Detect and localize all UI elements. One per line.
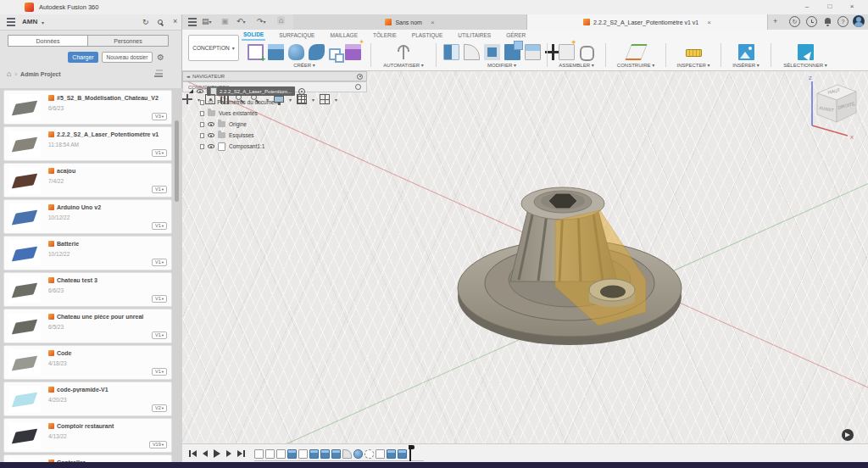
group-label-inspecter[interactable]: INSPECTER ▾	[669, 62, 718, 68]
feature-extrude-icon[interactable]	[387, 449, 396, 459]
visibility-eye-icon[interactable]	[208, 133, 214, 137]
app-grid-icon[interactable]	[7, 18, 15, 26]
refresh-icon[interactable]: ↻	[142, 18, 149, 26]
feature-fillet-icon[interactable]	[342, 449, 352, 459]
fit-view-icon[interactable]	[251, 94, 261, 104]
chevron-down-icon[interactable]: ▾	[335, 97, 337, 103]
list-item[interactable]: acajou 7/4/22 V1	[3, 163, 172, 198]
redo-icon[interactable]: ↷▾	[257, 17, 266, 26]
group-label-construire[interactable]: CONSTRUIRE ▾	[609, 62, 663, 68]
play-button[interactable]	[214, 449, 220, 458]
feature-sketch-icon[interactable]	[376, 449, 385, 459]
save-icon[interactable]: ▣	[221, 17, 229, 25]
zoom-icon[interactable]	[236, 94, 246, 104]
new-folder-button[interactable]: Nouveau dossier	[102, 52, 153, 63]
select-icon[interactable]	[798, 44, 814, 60]
insert-canvas-icon[interactable]	[738, 44, 754, 60]
tab-tolerie[interactable]: TÔLERIE	[371, 31, 398, 40]
tab-personnes[interactable]: Personnes	[88, 35, 169, 47]
version-badge[interactable]: V1	[152, 368, 167, 376]
tree-node[interactable]: Esquisses	[200, 131, 254, 140]
look-at-icon[interactable]	[205, 94, 215, 104]
viewport-3d[interactable]: ◂◂ NAVIGATEUR 2.2.2_S2_A_Laser_Potentiom…	[182, 71, 868, 443]
step-back-button[interactable]	[203, 450, 208, 457]
search-icon[interactable]	[158, 18, 166, 26]
display-settings-icon[interactable]	[274, 96, 284, 103]
feature-extrude-icon[interactable]	[287, 449, 297, 459]
comments-options-icon[interactable]	[355, 84, 361, 90]
minimize-button[interactable]: –	[800, 2, 814, 11]
feature-extrude-icon[interactable]	[320, 449, 330, 459]
tree-node[interactable]: Origine	[200, 120, 247, 129]
help-icon[interactable]: ?	[837, 16, 849, 27]
scrollbar-thumb[interactable]	[175, 120, 179, 202]
tab-surfacique[interactable]: SURFACIQUE	[277, 31, 316, 40]
create-sketch-icon[interactable]	[248, 44, 264, 60]
grid-settings-icon[interactable]	[297, 94, 307, 104]
list-item[interactable]: Comptoir restaurant 4/13/22 V19	[3, 418, 172, 453]
feature-extrude-icon[interactable]	[309, 449, 319, 459]
version-badge[interactable]: V3	[152, 113, 167, 120]
tab-close-icon[interactable]: ×	[707, 19, 711, 26]
orbit-icon[interactable]	[182, 94, 192, 104]
group-label-assembler[interactable]: ASSEMBLER ▾	[550, 62, 603, 68]
team-name[interactable]: AMN	[22, 18, 37, 25]
pattern-icon[interactable]	[329, 48, 341, 60]
tree-node[interactable]: Vues existantes	[200, 109, 258, 118]
feature-extrude-icon[interactable]	[398, 449, 407, 459]
tab-plastique[interactable]: PLASTIQUE	[410, 31, 444, 40]
press-pull-icon[interactable]	[443, 44, 459, 60]
upload-button[interactable]: Charger	[68, 52, 98, 63]
group-label-selectionner[interactable]: SÉLECTIONNER ▾	[774, 62, 837, 68]
list-item[interactable]: Chateau une pièce pour unreal 6/5/23 V1	[3, 309, 172, 343]
version-badge[interactable]: V1	[152, 295, 167, 303]
file-menu-icon[interactable]: ▤▾	[202, 17, 212, 26]
tab-maillage[interactable]: MAILLAGE	[328, 31, 359, 40]
collections-icon[interactable]	[154, 70, 163, 77]
construction-plane-icon[interactable]	[625, 44, 648, 60]
navigator-header[interactable]: ◂◂ NAVIGATEUR	[182, 71, 367, 81]
viewports-icon[interactable]	[320, 94, 330, 104]
feature-pattern-icon[interactable]	[364, 449, 374, 459]
new-tab-icon[interactable]: +	[773, 17, 777, 25]
sync-status-icon[interactable]: ↻	[789, 16, 800, 27]
collapsed-triangle-icon[interactable]	[200, 144, 204, 149]
feature-sketch-icon[interactable]	[276, 449, 286, 459]
workspace-selector[interactable]: CONCEPTION ▾	[188, 35, 239, 61]
version-badge[interactable]: V1	[152, 149, 167, 157]
visibility-eye-icon[interactable]	[208, 122, 214, 126]
tab-gerer[interactable]: GÉRER	[504, 31, 527, 40]
configure-icon[interactable]	[396, 44, 412, 60]
panel-close-icon[interactable]: ×	[173, 17, 177, 25]
undo-icon[interactable]: ↶▾	[236, 17, 246, 26]
version-badge[interactable]: V1	[152, 332, 167, 339]
tab-solide[interactable]: SOLIDE	[242, 31, 265, 41]
collapsed-triangle-icon[interactable]	[200, 111, 204, 116]
list-item[interactable]: Chateau test 3 6/6/23 V1	[3, 272, 172, 307]
go-to-end-button[interactable]	[237, 450, 245, 457]
panel-settings-gear-icon[interactable]: ⚙	[157, 52, 164, 63]
project-name[interactable]: Admin Project	[20, 71, 60, 77]
combine-icon[interactable]	[504, 44, 520, 60]
navigator-options-icon[interactable]	[357, 74, 363, 80]
revolve-icon[interactable]	[288, 44, 304, 60]
collapsed-triangle-icon[interactable]	[200, 122, 204, 127]
feedback-icon[interactable]	[842, 429, 854, 441]
version-badge[interactable]: V1	[152, 259, 167, 266]
notifications-bell-icon[interactable]	[822, 16, 833, 27]
tab-utilitaires[interactable]: UTILITAIRES	[456, 31, 492, 40]
new-component-icon[interactable]	[559, 44, 575, 60]
group-label-modifier[interactable]: MODIFIER ▾	[439, 62, 565, 68]
version-badge[interactable]: V2	[152, 404, 167, 412]
close-button[interactable]: ×	[845, 2, 859, 11]
step-forward-button[interactable]	[226, 450, 231, 457]
feature-sketch-icon[interactable]	[298, 449, 308, 459]
go-to-start-button[interactable]	[189, 450, 197, 457]
list-item[interactable]: code-pyramide-V1 4/20/23 V2	[3, 382, 172, 416]
chevron-down-icon[interactable]: ▾	[312, 97, 314, 103]
document-tab-sans-nom[interactable]: Sans nom ×	[293, 14, 527, 30]
list-item[interactable]: Arduino Uno v2 10/12/22 V1	[3, 199, 172, 234]
pan-hand-icon[interactable]	[220, 96, 231, 104]
collapsed-triangle-icon[interactable]	[200, 133, 204, 138]
tree-node[interactable]: Composant1:1	[200, 142, 264, 151]
